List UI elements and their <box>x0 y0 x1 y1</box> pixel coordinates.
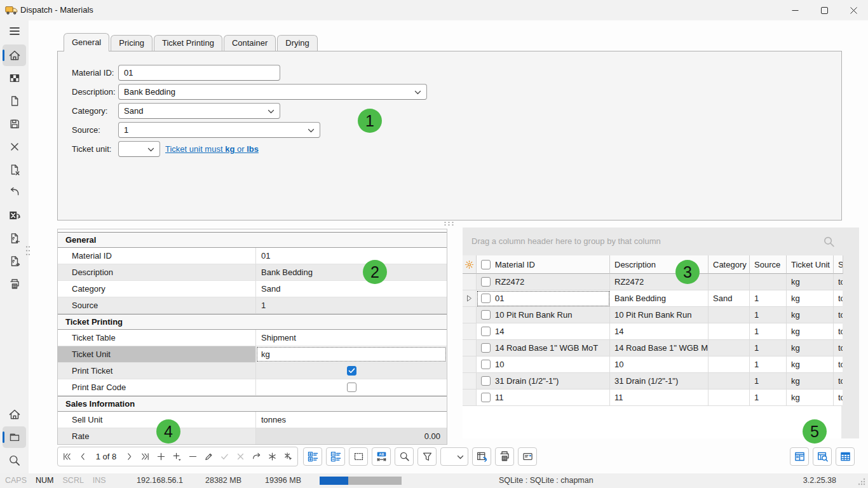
grid-cell[interactable]: to <box>834 290 843 307</box>
property-row[interactable]: DescriptionBank Bedding <box>58 264 447 281</box>
sidebar-item-excel-export[interactable] <box>3 205 26 226</box>
grid-cell[interactable]: to <box>834 307 843 323</box>
chevron-down-icon[interactable] <box>414 90 421 95</box>
chevron-down-icon[interactable] <box>308 128 315 133</box>
grid-cell[interactable] <box>709 356 750 373</box>
grid-cell[interactable]: 1 <box>750 373 787 390</box>
nav-first-button[interactable] <box>59 448 75 465</box>
asterisk-cursor-button[interactable] <box>280 448 296 465</box>
sidebar-item-print[interactable] <box>3 273 26 295</box>
row-checkbox[interactable] <box>481 393 491 402</box>
panel-splitter-handle[interactable] <box>444 221 454 226</box>
row-checkbox[interactable] <box>481 327 491 336</box>
nav-last-button[interactable] <box>137 448 153 465</box>
column-header-0[interactable]: Material ID <box>477 255 610 274</box>
tab-general[interactable]: General <box>64 33 109 51</box>
grid-cell[interactable]: 1 <box>750 340 787 356</box>
chevron-down-icon[interactable] <box>268 109 275 114</box>
grid-cell[interactable]: kg <box>787 373 834 390</box>
grid-row[interactable]: RZ2472RZ2472kgto <box>463 274 841 290</box>
redo-button[interactable] <box>248 448 264 465</box>
ticket-unit-combo[interactable] <box>118 141 160 157</box>
layout-refresh-button[interactable] <box>472 447 491 466</box>
grid-cell[interactable]: 11 <box>477 390 610 406</box>
sidebar-item-home[interactable] <box>3 44 26 66</box>
grid-row[interactable]: 31 Drain (1/2"-1")31 Drain (1/2"-1")1kgt… <box>463 373 841 390</box>
grid-cell[interactable] <box>709 274 750 290</box>
grid-cell[interactable]: to <box>834 356 843 373</box>
grid-row[interactable]: 01Bank BeddingSand1kgto <box>463 290 841 307</box>
grid-cell[interactable]: 14 Road Base 1" WGB MoT <box>477 340 610 356</box>
grid-cell[interactable]: to <box>834 373 843 390</box>
grid-cell[interactable]: 10 <box>477 356 610 373</box>
plus-button[interactable] <box>153 448 169 465</box>
print-button[interactable] <box>495 447 514 466</box>
row-checkbox[interactable] <box>481 294 491 303</box>
grid-row[interactable]: 10 Pit Run Bank Run10 Pit Run Bank Run1k… <box>463 307 841 323</box>
row-checkbox[interactable] <box>481 376 491 386</box>
grid-cell[interactable]: 01 <box>477 290 610 307</box>
edit-button[interactable] <box>201 448 217 465</box>
row-checkbox[interactable] <box>481 277 491 287</box>
grid-cell[interactable]: 14 <box>477 323 610 340</box>
grid-cell[interactable]: Sand <box>709 290 750 307</box>
grid-cell[interactable]: RZ2472 <box>477 274 610 290</box>
grid-cell[interactable]: 31 Drain (1/2"-1") <box>610 373 709 390</box>
search-icon[interactable] <box>823 236 835 248</box>
grid-cell[interactable]: to <box>834 323 843 340</box>
sidebar-item-tiles[interactable] <box>3 67 26 89</box>
grid-cell[interactable]: 11 <box>610 390 709 406</box>
toolbar-dropdown[interactable] <box>440 447 468 466</box>
group-expand-button[interactable] <box>303 447 322 466</box>
row-checkbox[interactable] <box>481 310 491 320</box>
group-collapse-button[interactable] <box>326 447 345 466</box>
chevron-down-icon[interactable] <box>147 147 154 152</box>
sidebar-item-save[interactable] <box>3 113 26 135</box>
grid-row[interactable]: 14 Road Base 1" WGB MoT14 Road Base 1" W… <box>463 340 841 356</box>
maximize-button[interactable] <box>810 0 839 20</box>
grid-cell[interactable]: kg <box>787 356 834 373</box>
grid-cell[interactable]: kg <box>787 274 834 290</box>
column-header-3[interactable]: Source <box>750 255 787 274</box>
resize-grip[interactable] <box>858 478 865 485</box>
nav-prev-button[interactable] <box>75 448 91 465</box>
grid-cell[interactable]: to <box>834 390 843 406</box>
property-row[interactable]: Ticket Unitkg <box>58 346 447 363</box>
grid-cell[interactable] <box>709 323 750 340</box>
card-view-button[interactable] <box>790 447 809 466</box>
grid-cell[interactable]: 10 Pit Run Bank Run <box>610 307 709 323</box>
selection-box-button[interactable] <box>349 447 368 466</box>
row-checkbox[interactable] <box>481 360 491 369</box>
grid-cell[interactable]: kg <box>787 323 834 340</box>
grid-cell[interactable] <box>709 373 750 390</box>
grid-row[interactable]: 10101kgto <box>463 356 841 373</box>
category-combo[interactable]: Sand <box>118 103 280 119</box>
row-checkbox[interactable] <box>481 343 491 353</box>
column-header-5[interactable]: Se <box>834 255 843 274</box>
grid-cell[interactable]: 31 Drain (1/2"-1") <box>477 373 610 390</box>
ticket-unit-warning-link[interactable]: Ticket unit must kg or lbs <box>165 144 259 154</box>
property-row[interactable]: Print Ticket <box>58 363 447 379</box>
asterisk-button[interactable] <box>264 448 280 465</box>
property-row[interactable]: Material ID01 <box>58 248 447 264</box>
grid-cell[interactable]: 1 <box>750 307 787 323</box>
grid-find-button[interactable] <box>813 447 832 466</box>
grid-cell[interactable]: 1 <box>750 390 787 406</box>
grid-cell[interactable]: 1 <box>750 356 787 373</box>
grid-cell[interactable]: Bank Bedding <box>610 290 709 307</box>
grid-cell[interactable]: 10 Pit Run Bank Run <box>477 307 610 323</box>
grid-cell[interactable] <box>750 274 787 290</box>
tab-container[interactable]: Container <box>224 35 276 51</box>
sidebar-item-close[interactable] <box>3 136 26 158</box>
grid-cell[interactable] <box>709 390 750 406</box>
grid-cell[interactable]: to <box>834 274 843 290</box>
column-header-4[interactable]: Ticket Unit <box>787 255 834 274</box>
grid-cell[interactable]: 1 <box>750 290 787 307</box>
card-button[interactable] <box>518 447 537 466</box>
grid-cell[interactable]: kg <box>787 290 834 307</box>
checkbox[interactable] <box>347 366 356 376</box>
zoom-button[interactable] <box>395 447 414 466</box>
sidebar-splitter-handle[interactable] <box>25 245 31 256</box>
grid-row[interactable]: 14141kgto <box>463 323 841 340</box>
grid-cell[interactable] <box>709 307 750 323</box>
